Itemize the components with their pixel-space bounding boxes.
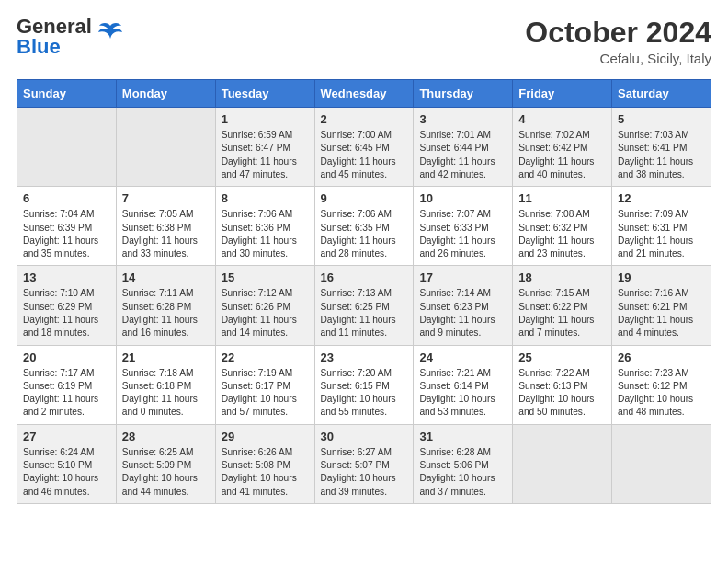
sunset-text: Sunset: 6:44 PM (419, 143, 488, 153)
sunset-text: Sunset: 6:45 PM (321, 143, 390, 153)
logo: General Blue (17, 17, 123, 57)
day-number: 14 (122, 270, 210, 284)
daylight-text: Daylight: 10 hours and 53 minutes. (419, 394, 495, 417)
day-number: 31 (419, 430, 506, 443)
daylight-text: Daylight: 11 hours and 7 minutes. (518, 315, 594, 338)
sunset-text: Sunset: 6:41 PM (618, 143, 687, 153)
daylight-text: Daylight: 11 hours and 26 minutes. (419, 236, 495, 259)
header: General Blue October 2024 Cefalu, Sicily… (17, 17, 711, 66)
sunrise-text: Sunrise: 7:00 AM (321, 130, 392, 140)
daylight-text: Daylight: 11 hours and 40 minutes. (518, 156, 594, 179)
calendar-header-saturday: Saturday (612, 80, 711, 108)
calendar-day-cell: 24Sunrise: 7:21 AMSunset: 6:14 PMDayligh… (414, 345, 513, 424)
day-info: Sunrise: 7:06 AMSunset: 6:36 PMDaylight:… (222, 208, 309, 260)
day-info: Sunrise: 7:13 AMSunset: 6:25 PMDaylight:… (321, 287, 408, 339)
day-number: 9 (321, 191, 408, 205)
sunrise-text: Sunrise: 7:02 AM (518, 130, 590, 140)
sunrise-text: Sunrise: 7:06 AM (321, 209, 392, 219)
day-number: 4 (518, 112, 606, 126)
day-number: 6 (23, 191, 110, 205)
day-info: Sunrise: 6:24 AMSunset: 5:10 PMDaylight:… (23, 446, 110, 499)
sunset-text: Sunset: 6:47 PM (222, 143, 290, 153)
sunset-text: Sunset: 6:22 PM (518, 302, 587, 312)
sunset-text: Sunset: 6:29 PM (23, 302, 92, 312)
sunset-text: Sunset: 6:42 PM (518, 143, 587, 153)
sunset-text: Sunset: 6:33 PM (419, 223, 488, 233)
calendar-week-row: 20Sunrise: 7:17 AMSunset: 6:19 PMDayligh… (17, 345, 711, 424)
daylight-text: Daylight: 11 hours and 47 minutes. (222, 156, 297, 179)
day-info: Sunrise: 7:03 AMSunset: 6:41 PMDaylight:… (618, 129, 705, 181)
calendar-day-cell (116, 108, 215, 187)
daylight-text: Daylight: 11 hours and 14 minutes. (222, 315, 297, 338)
calendar-day-cell (612, 424, 711, 503)
sunrise-text: Sunrise: 7:11 AM (122, 288, 194, 298)
day-number: 19 (618, 270, 705, 284)
calendar-day-cell (17, 108, 117, 187)
calendar-header-sunday: Sunday (17, 80, 117, 108)
day-info: Sunrise: 6:59 AMSunset: 6:47 PMDaylight:… (222, 129, 309, 181)
day-number: 30 (321, 430, 408, 443)
day-number: 10 (419, 191, 506, 205)
sunset-text: Sunset: 6:39 PM (23, 223, 92, 233)
calendar-day-cell: 15Sunrise: 7:12 AMSunset: 6:26 PMDayligh… (215, 266, 314, 345)
daylight-text: Daylight: 11 hours and 9 minutes. (419, 315, 495, 338)
day-number: 29 (222, 430, 309, 443)
calendar-day-cell: 23Sunrise: 7:20 AMSunset: 6:15 PMDayligh… (314, 345, 414, 424)
day-number: 15 (222, 270, 309, 284)
calendar-week-row: 1Sunrise: 6:59 AMSunset: 6:47 PMDaylight… (17, 108, 711, 187)
sunrise-text: Sunrise: 7:01 AM (419, 130, 491, 140)
sunset-text: Sunset: 6:31 PM (618, 223, 687, 233)
sunrise-text: Sunrise: 6:24 AM (23, 447, 95, 457)
day-number: 20 (23, 350, 110, 364)
sunrise-text: Sunrise: 7:12 AM (222, 288, 293, 298)
daylight-text: Daylight: 11 hours and 38 minutes. (618, 156, 693, 179)
daylight-text: Daylight: 10 hours and 46 minutes. (23, 473, 98, 496)
sunrise-text: Sunrise: 7:07 AM (419, 209, 491, 219)
calendar-header-wednesday: Wednesday (314, 80, 414, 108)
daylight-text: Daylight: 11 hours and 0 minutes. (122, 394, 198, 417)
sunset-text: Sunset: 6:25 PM (321, 302, 390, 312)
sunrise-text: Sunrise: 7:13 AM (321, 288, 392, 298)
calendar-table: SundayMondayTuesdayWednesdayThursdayFrid… (17, 79, 711, 504)
day-info: Sunrise: 7:23 AMSunset: 6:12 PMDaylight:… (618, 367, 705, 419)
calendar-day-cell: 20Sunrise: 7:17 AMSunset: 6:19 PMDayligh… (17, 345, 117, 424)
day-number: 24 (419, 350, 506, 364)
day-info: Sunrise: 7:22 AMSunset: 6:13 PMDaylight:… (518, 367, 606, 419)
sunset-text: Sunset: 6:26 PM (222, 302, 290, 312)
logo-bird-icon (97, 20, 123, 46)
sunset-text: Sunset: 6:38 PM (122, 223, 191, 233)
sunrise-text: Sunrise: 7:05 AM (122, 209, 194, 219)
sunrise-text: Sunrise: 7:22 AM (518, 368, 590, 378)
sunset-text: Sunset: 5:09 PM (122, 460, 191, 470)
day-info: Sunrise: 6:25 AMSunset: 5:09 PMDaylight:… (122, 446, 210, 499)
sunrise-text: Sunrise: 7:14 AM (419, 288, 491, 298)
title-block: October 2024 Cefalu, Sicily, Italy (525, 17, 711, 66)
sunset-text: Sunset: 6:12 PM (618, 381, 687, 391)
calendar-day-cell: 3Sunrise: 7:01 AMSunset: 6:44 PMDaylight… (414, 108, 513, 187)
day-info: Sunrise: 7:00 AMSunset: 6:45 PMDaylight:… (321, 129, 408, 181)
day-number: 18 (518, 270, 606, 284)
sunrise-text: Sunrise: 6:25 AM (122, 447, 194, 457)
daylight-text: Daylight: 10 hours and 55 minutes. (321, 394, 396, 417)
day-number: 16 (321, 270, 408, 284)
day-info: Sunrise: 7:20 AMSunset: 6:15 PMDaylight:… (321, 367, 408, 419)
day-info: Sunrise: 7:05 AMSunset: 6:38 PMDaylight:… (122, 208, 210, 260)
day-info: Sunrise: 7:16 AMSunset: 6:21 PMDaylight:… (618, 287, 705, 339)
daylight-text: Daylight: 10 hours and 37 minutes. (419, 473, 495, 496)
sunset-text: Sunset: 5:10 PM (23, 460, 92, 470)
calendar-day-cell: 7Sunrise: 7:05 AMSunset: 6:38 PMDaylight… (116, 187, 215, 266)
daylight-text: Daylight: 11 hours and 35 minutes. (23, 236, 98, 259)
sunset-text: Sunset: 6:23 PM (419, 302, 488, 312)
day-number: 28 (122, 430, 210, 443)
daylight-text: Daylight: 11 hours and 45 minutes. (321, 156, 396, 179)
day-info: Sunrise: 7:21 AMSunset: 6:14 PMDaylight:… (419, 367, 506, 419)
day-info: Sunrise: 7:09 AMSunset: 6:31 PMDaylight:… (618, 208, 705, 260)
calendar-day-cell: 4Sunrise: 7:02 AMSunset: 6:42 PMDaylight… (513, 108, 612, 187)
calendar-day-cell: 8Sunrise: 7:06 AMSunset: 6:36 PMDaylight… (215, 187, 314, 266)
day-info: Sunrise: 7:08 AMSunset: 6:32 PMDaylight:… (518, 208, 606, 260)
sunrise-text: Sunrise: 7:08 AM (518, 209, 590, 219)
day-number: 22 (222, 350, 309, 364)
calendar-day-cell: 26Sunrise: 7:23 AMSunset: 6:12 PMDayligh… (612, 345, 711, 424)
day-info: Sunrise: 7:18 AMSunset: 6:18 PMDaylight:… (122, 367, 210, 419)
calendar-day-cell: 12Sunrise: 7:09 AMSunset: 6:31 PMDayligh… (612, 187, 711, 266)
